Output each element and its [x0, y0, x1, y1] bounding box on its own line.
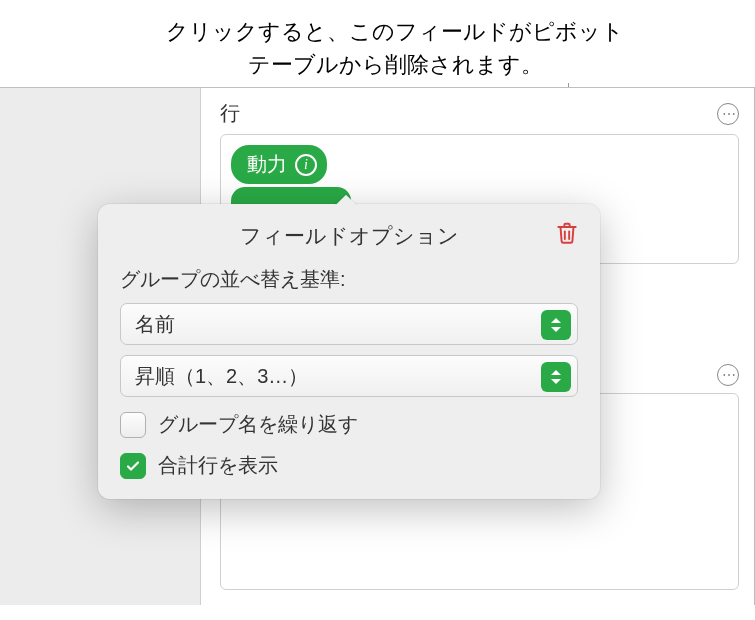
stepper-icon — [541, 362, 571, 392]
popover-arrow — [335, 193, 357, 205]
show-totals-label: 合計行を表示 — [158, 452, 278, 479]
show-totals-checkbox[interactable] — [120, 453, 146, 479]
field-pill[interactable]: 動力 i — [231, 145, 327, 184]
sort-by-select[interactable]: 名前 — [120, 303, 578, 345]
trash-icon[interactable] — [554, 220, 580, 246]
annotation-callout: クリックすると、このフィールドがピボット テーブルから削除されます。 — [75, 15, 715, 81]
repeat-group-names-label: グループ名を繰り返す — [158, 411, 358, 438]
sort-order-select[interactable]: 昇順（1、2、3…） — [120, 355, 578, 397]
rows-section-header: 行 ⋯ — [220, 100, 739, 127]
annotation-line1: クリックすると、このフィールドがピボット — [166, 19, 624, 44]
popover-header: フィールドオプション — [120, 222, 578, 250]
show-totals-row: 合計行を表示 — [120, 452, 578, 479]
repeat-group-names-checkbox[interactable] — [120, 412, 146, 438]
stepper-icon — [541, 310, 571, 340]
annotation-line2: テーブルから削除されます。 — [248, 52, 543, 77]
field-options-popover: フィールドオプション グループの並べ替え基準: 名前 昇順（1、2、3…） グル… — [98, 204, 600, 499]
sort-order-value: 昇順（1、2、3…） — [135, 363, 308, 390]
info-icon[interactable]: i — [295, 154, 317, 176]
rows-section-title: 行 — [220, 100, 240, 127]
more-icon[interactable]: ⋯ — [717, 103, 739, 125]
more-icon[interactable]: ⋯ — [717, 364, 739, 386]
sort-by-label: グループの並べ替え基準: — [120, 266, 578, 293]
popover-title: フィールドオプション — [240, 222, 459, 250]
field-pill-label: 動力 — [247, 151, 287, 178]
sort-by-value: 名前 — [135, 311, 175, 338]
repeat-group-names-row: グループ名を繰り返す — [120, 411, 578, 438]
